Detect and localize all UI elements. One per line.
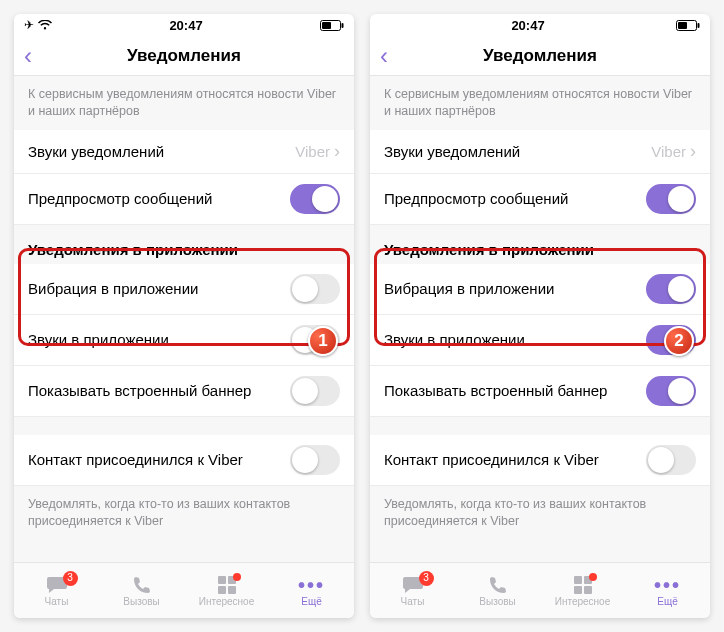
tab-chats[interactable]: 3 Чаты <box>370 563 455 618</box>
row-label: Звуки уведомлений <box>384 143 520 160</box>
grid-icon <box>217 575 237 595</box>
row-label: Звуки в приложении <box>384 331 525 348</box>
svg-rect-1 <box>322 22 331 29</box>
service-note: К сервисным уведомлениям относятся новос… <box>370 76 710 130</box>
section-in-app: Уведомления в приложении <box>370 225 710 264</box>
settings-content: К сервисным уведомлениям относятся новос… <box>370 76 710 562</box>
status-bar: ✈ 20:47 <box>14 14 354 36</box>
nav-bar: ‹ Уведомления <box>14 36 354 76</box>
toggle-preview[interactable] <box>646 184 696 214</box>
battery-icon <box>676 20 700 31</box>
tab-calls[interactable]: Вызовы <box>455 563 540 618</box>
status-bar: 20:47 <box>370 14 710 36</box>
row-builtin-banner[interactable]: Показывать встроенный баннер <box>14 366 354 417</box>
tab-label: Вызовы <box>123 596 159 607</box>
svg-rect-12 <box>574 586 582 594</box>
notification-dot <box>233 573 241 581</box>
tab-label: Ещё <box>301 596 321 607</box>
svg-rect-8 <box>678 22 687 29</box>
tab-label: Чаты <box>45 596 69 607</box>
chevron-right-icon: › <box>690 141 696 162</box>
svg-rect-10 <box>574 576 582 584</box>
step-badge: 2 <box>664 326 694 356</box>
contact-note: Уведомлять, когда кто-то из ваших контак… <box>370 486 710 540</box>
row-preview-messages[interactable]: Предпросмотр сообщений <box>370 174 710 225</box>
phone-icon <box>132 575 152 595</box>
phone-screen-left: ✈ 20:47 ‹ Уведомления К сервисным уведом… <box>14 14 354 618</box>
service-note: К сервисным уведомлениям относятся новос… <box>14 76 354 130</box>
step-badge: 1 <box>308 326 338 356</box>
chevron-right-icon: › <box>334 141 340 162</box>
row-contact-joined[interactable]: Контакт присоединился к Viber <box>14 435 354 486</box>
tab-bar: 3 Чаты Вызовы Интересное ••• Ещё <box>14 562 354 618</box>
toggle-preview[interactable] <box>290 184 340 214</box>
tab-interesting[interactable]: Интересное <box>184 563 269 618</box>
tab-interesting[interactable]: Интересное <box>540 563 625 618</box>
airplane-icon: ✈ <box>24 18 34 32</box>
toggle-contact-joined[interactable] <box>290 445 340 475</box>
row-label: Предпросмотр сообщений <box>28 190 212 207</box>
tab-calls[interactable]: Вызовы <box>99 563 184 618</box>
toggle-contact-joined[interactable] <box>646 445 696 475</box>
row-contact-joined[interactable]: Контакт присоединился к Viber <box>370 435 710 486</box>
status-time: 20:47 <box>511 18 544 33</box>
svg-rect-13 <box>584 586 592 594</box>
svg-rect-9 <box>698 23 700 28</box>
contact-note: Уведомлять, когда кто-то из ваших контак… <box>14 486 354 540</box>
row-label: Вибрация в приложении <box>28 280 198 297</box>
toggle-builtin-banner[interactable] <box>646 376 696 406</box>
row-label: Вибрация в приложении <box>384 280 554 297</box>
section-in-app: Уведомления в приложении <box>14 225 354 264</box>
tab-more[interactable]: ••• Ещё <box>625 563 710 618</box>
grid-icon <box>573 575 593 595</box>
wifi-icon <box>38 20 52 30</box>
nav-bar: ‹ Уведомления <box>370 36 710 76</box>
toggle-vibration[interactable] <box>290 274 340 304</box>
more-icon: ••• <box>654 575 681 595</box>
tab-label: Ещё <box>657 596 677 607</box>
page-title: Уведомления <box>483 46 597 66</box>
row-label: Звуки уведомлений <box>28 143 164 160</box>
row-builtin-banner[interactable]: Показывать встроенный баннер <box>370 366 710 417</box>
status-time: 20:47 <box>169 18 202 33</box>
row-label: Контакт присоединился к Viber <box>28 451 243 468</box>
row-label: Предпросмотр сообщений <box>384 190 568 207</box>
row-value: Viber › <box>651 141 696 162</box>
chats-badge: 3 <box>419 571 434 586</box>
svg-rect-6 <box>228 586 236 594</box>
chat-icon: 3 <box>46 575 68 595</box>
row-label: Показывать встроенный баннер <box>28 382 251 399</box>
row-notification-sounds[interactable]: Звуки уведомлений Viber › <box>14 130 354 174</box>
svg-rect-2 <box>342 23 344 28</box>
battery-icon <box>320 20 344 31</box>
tab-label: Вызовы <box>479 596 515 607</box>
tab-bar: 3 Чаты Вызовы Интересное ••• Ещё <box>370 562 710 618</box>
toggle-vibration[interactable] <box>646 274 696 304</box>
row-inapp-sounds[interactable]: Звуки в приложении <box>14 315 354 366</box>
svg-rect-5 <box>218 586 226 594</box>
row-preview-messages[interactable]: Предпросмотр сообщений <box>14 174 354 225</box>
back-button[interactable]: ‹ <box>24 44 32 68</box>
back-button[interactable]: ‹ <box>380 44 388 68</box>
settings-content: К сервисным уведомлениям относятся новос… <box>14 76 354 562</box>
tab-more[interactable]: ••• Ещё <box>269 563 354 618</box>
tab-label: Чаты <box>401 596 425 607</box>
chat-icon: 3 <box>402 575 424 595</box>
tab-label: Интересное <box>555 596 611 607</box>
svg-rect-3 <box>218 576 226 584</box>
row-vibration[interactable]: Вибрация в приложении <box>14 264 354 315</box>
row-label: Контакт присоединился к Viber <box>384 451 599 468</box>
toggle-builtin-banner[interactable] <box>290 376 340 406</box>
phone-screen-right: 20:47 ‹ Уведомления К сервисным уведомле… <box>370 14 710 618</box>
row-vibration[interactable]: Вибрация в приложении <box>370 264 710 315</box>
row-label: Звуки в приложении <box>28 331 169 348</box>
row-inapp-sounds[interactable]: Звуки в приложении <box>370 315 710 366</box>
row-value: Viber › <box>295 141 340 162</box>
row-notification-sounds[interactable]: Звуки уведомлений Viber › <box>370 130 710 174</box>
tab-chats[interactable]: 3 Чаты <box>14 563 99 618</box>
tab-label: Интересное <box>199 596 255 607</box>
notification-dot <box>589 573 597 581</box>
chats-badge: 3 <box>63 571 78 586</box>
page-title: Уведомления <box>127 46 241 66</box>
more-icon: ••• <box>298 575 325 595</box>
